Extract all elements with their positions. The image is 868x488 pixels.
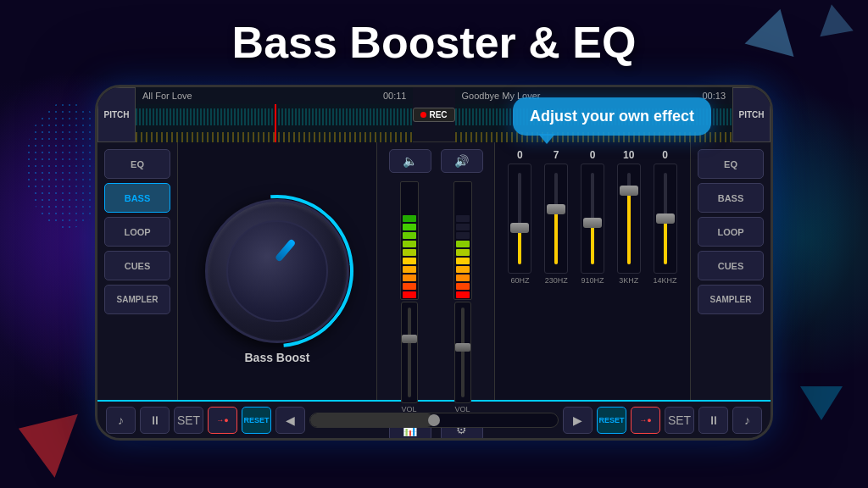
right-track-time: 00:13 xyxy=(702,91,726,101)
eq-val-3khz: 10 xyxy=(616,149,642,161)
vol-fader-right[interactable] xyxy=(454,302,471,403)
pause-btn-left[interactable]: ⏸ xyxy=(140,407,170,434)
eq-thumb-60hz[interactable] xyxy=(510,223,529,233)
right-loop-btn[interactable]: LOOP xyxy=(698,217,764,247)
pitch-btn-left[interactable]: PITCH xyxy=(97,87,136,142)
left-panel: EQ BASS LOOP CUES SAMPLER xyxy=(97,142,178,400)
left-track-name: All For Love xyxy=(142,91,192,101)
vol-fader-thumb-left[interactable] xyxy=(402,335,417,343)
eq-val-910hz: 0 xyxy=(580,149,605,161)
eq-col-14khz: 0 14KHZ xyxy=(653,149,678,285)
waveform-section-left: All For Love 00:11 xyxy=(136,87,413,142)
eq-val-60hz: 0 xyxy=(507,149,532,161)
vu-sliders: VOL xyxy=(384,181,487,413)
pause-icon-left: ⏸ xyxy=(149,413,161,427)
right-cues-btn[interactable]: CUES xyxy=(698,251,764,280)
tooltip-text: Adjust your own effect xyxy=(530,108,694,125)
left-eq-btn[interactable]: EQ xyxy=(104,149,170,179)
vu-meter-left-group: VOL xyxy=(384,181,434,413)
waveform-visual-left xyxy=(136,104,413,142)
eq-section: 0 60HZ 7 xyxy=(495,142,690,400)
knob-inner[interactable] xyxy=(226,220,328,322)
eq-freq-230hz: 230HZ xyxy=(545,276,568,285)
vu-meter-right xyxy=(453,181,472,300)
next-icon: ▶ xyxy=(573,413,582,427)
vol-fader-thumb-right[interactable] xyxy=(455,343,470,352)
vol-down-icon: 🔈 xyxy=(403,154,417,168)
eq-val-230hz: 7 xyxy=(543,149,569,161)
tooltip-bubble: Adjust your own effect xyxy=(513,97,711,136)
eq-fader-60hz[interactable] xyxy=(508,164,531,274)
arrow-red-btn[interactable]: →● xyxy=(208,407,237,434)
reset-btn-right[interactable]: RESET xyxy=(597,407,626,434)
eq-freq-3khz: 3KHZ xyxy=(619,276,638,285)
rec-dot xyxy=(420,112,426,118)
phone-frame: PITCH All For Love 00:11 REC Goodbye My … xyxy=(95,85,773,441)
eq-track-230hz xyxy=(554,173,558,265)
vol-up-icon: 🔊 xyxy=(454,154,469,168)
progress-thumb[interactable] xyxy=(428,414,440,426)
eq-thumb-910hz[interactable] xyxy=(583,218,602,228)
vol-up-btn[interactable]: 🔊 xyxy=(441,149,483,173)
eq-track-3khz xyxy=(627,173,631,265)
prev-btn[interactable]: ◀ xyxy=(275,407,305,434)
knob-indicator xyxy=(275,238,296,262)
eq-fill-14khz xyxy=(664,219,667,264)
eq-fill-910hz xyxy=(591,223,594,264)
arrow-red-icon-right: →● xyxy=(639,416,651,424)
right-bass-btn[interactable]: BASS xyxy=(698,183,764,213)
eq-freq-14khz: 14KHZ xyxy=(654,276,677,285)
arrow-red-btn-right[interactable]: →● xyxy=(631,407,660,434)
knob-label: Bass Boost xyxy=(192,351,362,364)
eq-thumb-14khz[interactable] xyxy=(656,214,675,224)
vu-meter-left xyxy=(400,181,419,300)
pitch-btn-right[interactable]: PITCH xyxy=(732,87,771,142)
eq-fader-910hz[interactable] xyxy=(581,164,604,274)
left-bass-btn[interactable]: BASS xyxy=(104,183,170,213)
set-label-left: SET xyxy=(177,413,200,427)
main-content: EQ BASS LOOP CUES SAMPLER Bass Boost xyxy=(97,142,771,400)
eq-thumb-230hz[interactable] xyxy=(547,204,565,214)
arrow-red-icon: →● xyxy=(216,416,228,424)
music-btn-left[interactable]: ♪ xyxy=(106,407,136,434)
set-label-right: SET xyxy=(668,413,691,427)
playhead xyxy=(275,104,276,142)
right-sampler-btn[interactable]: SAMPLER xyxy=(698,285,764,314)
eq-freq-60hz: 60HZ xyxy=(510,276,529,285)
waveform-top-bar-left: All For Love 00:11 xyxy=(136,87,413,104)
music-btn-right[interactable]: ♪ xyxy=(732,407,762,434)
reset-btn-left[interactable]: RESET xyxy=(242,407,271,434)
set-btn-left[interactable]: SET xyxy=(174,407,203,434)
knob-outer[interactable] xyxy=(205,199,349,343)
pause-btn-right[interactable]: ⏸ xyxy=(698,407,728,434)
eq-thumb-3khz[interactable] xyxy=(620,186,638,196)
right-panel: EQ BASS LOOP CUES SAMPLER xyxy=(690,142,771,400)
eq-fader-230hz[interactable] xyxy=(544,164,568,274)
rec-button[interactable]: REC xyxy=(413,108,454,122)
left-sampler-btn[interactable]: SAMPLER xyxy=(104,285,170,314)
left-cues-btn[interactable]: CUES xyxy=(104,251,170,280)
eq-col-230hz: 7 230HZ xyxy=(543,149,569,285)
next-btn[interactable]: ▶ xyxy=(563,407,593,434)
music-icon-right: ♪ xyxy=(744,413,750,427)
vol-fader-left[interactable] xyxy=(401,302,418,403)
vol-down-btn[interactable]: 🔈 xyxy=(389,149,431,173)
eq-fader-3khz[interactable] xyxy=(617,164,641,274)
progress-fill xyxy=(310,413,434,427)
eq-fader-14khz[interactable] xyxy=(654,164,677,274)
mixer-section: 🔈 🔊 xyxy=(376,142,495,400)
vol-fader-track-left xyxy=(408,308,411,397)
right-eq-btn[interactable]: EQ xyxy=(698,149,764,179)
progress-bar[interactable] xyxy=(309,413,559,428)
left-loop-btn[interactable]: LOOP xyxy=(104,217,170,247)
vol-fader-track-right xyxy=(461,308,465,397)
knob-container[interactable]: Bass Boost xyxy=(205,199,349,343)
triangle-bottom-right xyxy=(800,386,843,420)
set-btn-right[interactable]: SET xyxy=(665,407,694,434)
eq-fill-3khz xyxy=(627,191,631,264)
prev-icon: ◀ xyxy=(286,413,295,427)
eq-fill-230hz xyxy=(554,209,558,264)
eq-freq-910hz: 910HZ xyxy=(581,276,604,285)
center-area: Bass Boost xyxy=(178,142,376,400)
pause-icon-right: ⏸ xyxy=(708,413,720,427)
